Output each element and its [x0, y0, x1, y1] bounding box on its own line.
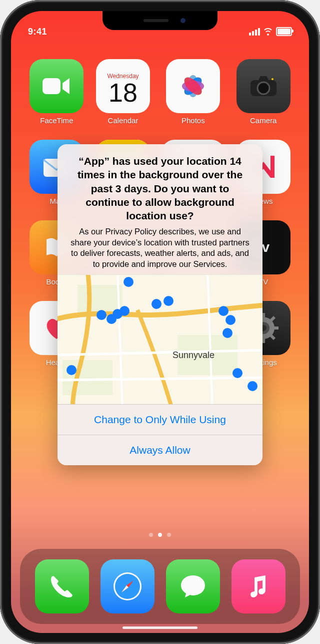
svg-point-52 — [232, 368, 242, 378]
alert-buttons: Change to Only While Using Always Allow — [58, 404, 262, 465]
svg-point-41 — [66, 365, 76, 375]
svg-point-49 — [218, 306, 228, 316]
change-only-while-using-button[interactable]: Change to Only While Using — [58, 404, 262, 435]
svg-point-47 — [152, 299, 162, 309]
svg-point-53 — [248, 381, 258, 391]
device-frame: 9:41 FaceTime Wednesday 18 Calendar — [0, 0, 320, 644]
always-allow-button[interactable]: Always Allow — [58, 435, 262, 465]
svg-point-51 — [222, 328, 232, 338]
map-place-label: Sunnyvale — [172, 350, 214, 361]
screen: 9:41 FaceTime Wednesday 18 Calendar — [11, 11, 309, 633]
svg-point-48 — [164, 296, 174, 306]
location-alert: “App” has used your location 14 times in… — [58, 144, 262, 465]
svg-point-42 — [96, 310, 106, 320]
svg-point-50 — [226, 315, 236, 325]
alert-map: Sunnyvale — [58, 274, 262, 404]
alert-message: As our Privacy Policy describes, we use … — [68, 226, 252, 269]
svg-point-46 — [124, 277, 134, 287]
alert-title: “App” has used your location 14 times in… — [68, 154, 252, 222]
svg-point-45 — [120, 306, 130, 316]
